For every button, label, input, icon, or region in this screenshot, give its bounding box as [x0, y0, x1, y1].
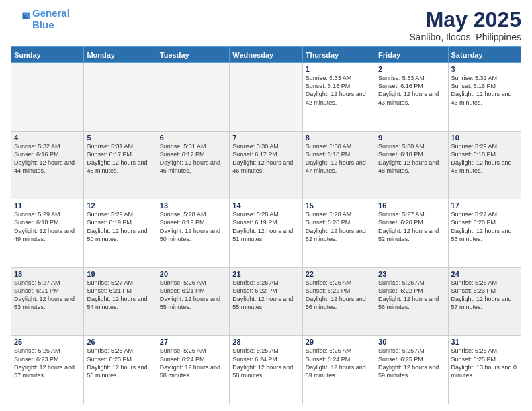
cell-info: Sunrise: 5:25 AMSunset: 6:24 PMDaylight:…: [306, 347, 372, 379]
cell-info: Sunrise: 5:33 AMSunset: 6:16 PMDaylight:…: [306, 74, 372, 107]
cell-4-4: 29Sunrise: 5:25 AMSunset: 6:24 PMDayligh…: [302, 336, 375, 404]
logo: General Blue: [11, 8, 70, 30]
day-number: 31: [451, 338, 518, 346]
day-number: 10: [451, 134, 518, 142]
day-number: 28: [232, 338, 299, 346]
day-number: 21: [232, 270, 299, 278]
cell-info: Sunrise: 5:27 AMSunset: 6:20 PMDaylight:…: [451, 210, 518, 243]
cell-0-2: [157, 63, 229, 132]
cell-0-5: 2Sunrise: 5:33 AMSunset: 6:16 PMDaylight…: [375, 63, 448, 132]
cell-0-1: [84, 63, 157, 132]
day-number: 18: [14, 270, 81, 278]
cell-4-2: 27Sunrise: 5:25 AMSunset: 6:24 PMDayligh…: [157, 336, 229, 404]
day-number: 11: [14, 201, 81, 210]
cell-0-6: 3Sunrise: 5:32 AMSunset: 6:16 PMDaylight…: [448, 63, 521, 132]
cell-info: Sunrise: 5:29 AMSunset: 6:18 PMDaylight:…: [451, 142, 518, 175]
cell-info: Sunrise: 5:29 AMSunset: 6:19 PMDaylight:…: [87, 210, 153, 243]
cell-info: Sunrise: 5:27 AMSunset: 6:20 PMDaylight:…: [378, 210, 445, 243]
day-number: 9: [378, 134, 445, 142]
day-number: 27: [160, 338, 226, 346]
cell-info: Sunrise: 5:32 AMSunset: 6:16 PMDaylight:…: [451, 74, 518, 107]
header-wednesday: Wednesday: [230, 47, 302, 63]
day-number: 23: [378, 270, 445, 278]
cell-info: Sunrise: 5:26 AMSunset: 6:22 PMDaylight:…: [232, 279, 299, 312]
logo-icon: [11, 10, 30, 29]
cell-2-4: 15Sunrise: 5:28 AMSunset: 6:20 PMDayligh…: [302, 199, 375, 268]
cell-2-0: 11Sunrise: 5:29 AMSunset: 6:18 PMDayligh…: [11, 199, 84, 268]
cell-0-0: [11, 63, 84, 132]
cell-1-5: 9Sunrise: 5:30 AMSunset: 6:18 PMDaylight…: [375, 131, 448, 199]
cell-info: Sunrise: 5:27 AMSunset: 6:21 PMDaylight:…: [14, 279, 81, 312]
cell-2-3: 14Sunrise: 5:28 AMSunset: 6:19 PMDayligh…: [230, 199, 302, 268]
cell-4-1: 26Sunrise: 5:25 AMSunset: 6:23 PMDayligh…: [84, 336, 157, 404]
cell-info: Sunrise: 5:28 AMSunset: 6:19 PMDaylight:…: [160, 210, 226, 243]
page: General Blue May 2025 Sanlibo, Ilocos, P…: [0, 0, 532, 411]
logo-line1: General: [32, 7, 70, 19]
cell-info: Sunrise: 5:25 AMSunset: 6:24 PMDaylight:…: [232, 347, 299, 379]
cell-info: Sunrise: 5:32 AMSunset: 6:16 PMDaylight:…: [14, 142, 81, 175]
day-number: 25: [14, 338, 81, 346]
cell-4-3: 28Sunrise: 5:25 AMSunset: 6:24 PMDayligh…: [230, 336, 302, 404]
header-tuesday: Tuesday: [157, 47, 229, 63]
day-number: 20: [160, 270, 226, 278]
cell-info: Sunrise: 5:30 AMSunset: 6:18 PMDaylight:…: [378, 142, 445, 175]
day-number: 14: [232, 201, 299, 210]
header-row: Sunday Monday Tuesday Wednesday Thursday…: [11, 47, 521, 63]
cell-0-4: 1Sunrise: 5:33 AMSunset: 6:16 PMDaylight…: [302, 63, 375, 132]
day-number: 12: [87, 201, 153, 210]
cell-0-3: [230, 63, 302, 132]
cell-2-2: 13Sunrise: 5:28 AMSunset: 6:19 PMDayligh…: [157, 199, 229, 268]
cell-info: Sunrise: 5:29 AMSunset: 6:18 PMDaylight:…: [14, 210, 81, 243]
cell-4-5: 30Sunrise: 5:25 AMSunset: 6:25 PMDayligh…: [375, 336, 448, 404]
header-friday: Friday: [375, 47, 448, 63]
day-number: 19: [87, 270, 153, 278]
cell-2-1: 12Sunrise: 5:29 AMSunset: 6:19 PMDayligh…: [84, 199, 157, 268]
cell-info: Sunrise: 5:31 AMSunset: 6:17 PMDaylight:…: [160, 142, 226, 175]
cell-info: Sunrise: 5:30 AMSunset: 6:17 PMDaylight:…: [232, 142, 299, 175]
cell-1-6: 10Sunrise: 5:29 AMSunset: 6:18 PMDayligh…: [448, 131, 521, 199]
day-number: 4: [14, 134, 81, 142]
cell-2-6: 17Sunrise: 5:27 AMSunset: 6:20 PMDayligh…: [448, 199, 521, 268]
day-number: 8: [306, 134, 372, 142]
header-saturday: Saturday: [448, 47, 521, 63]
day-number: 5: [87, 134, 153, 142]
title-area: May 2025 Sanlibo, Ilocos, Philippines: [409, 8, 521, 42]
day-number: 30: [378, 338, 445, 346]
day-number: 17: [451, 201, 518, 210]
cell-4-0: 25Sunrise: 5:25 AMSunset: 6:23 PMDayligh…: [11, 336, 84, 404]
cell-info: Sunrise: 5:27 AMSunset: 6:21 PMDaylight:…: [87, 279, 153, 312]
cell-1-3: 7Sunrise: 5:30 AMSunset: 6:17 PMDaylight…: [230, 131, 302, 199]
cell-info: Sunrise: 5:30 AMSunset: 6:18 PMDaylight:…: [306, 142, 372, 175]
week-row-1: 4Sunrise: 5:32 AMSunset: 6:16 PMDaylight…: [11, 131, 521, 199]
cell-info: Sunrise: 5:26 AMSunset: 6:22 PMDaylight:…: [306, 279, 372, 312]
cell-info: Sunrise: 5:33 AMSunset: 6:16 PMDaylight:…: [378, 74, 445, 107]
cell-3-0: 18Sunrise: 5:27 AMSunset: 6:21 PMDayligh…: [11, 267, 84, 336]
month-year: May 2025: [409, 8, 521, 32]
header-sunday: Sunday: [11, 47, 84, 63]
day-number: 22: [306, 270, 372, 278]
logo-line2: Blue: [32, 19, 54, 30]
cell-2-5: 16Sunrise: 5:27 AMSunset: 6:20 PMDayligh…: [375, 199, 448, 268]
cell-info: Sunrise: 5:25 AMSunset: 6:25 PMDaylight:…: [451, 347, 518, 379]
cell-4-6: 31Sunrise: 5:25 AMSunset: 6:25 PMDayligh…: [448, 336, 521, 404]
day-number: 2: [378, 65, 445, 73]
day-number: 13: [160, 201, 226, 210]
week-row-2: 11Sunrise: 5:29 AMSunset: 6:18 PMDayligh…: [11, 199, 521, 268]
day-number: 6: [160, 134, 226, 142]
week-row-0: 1Sunrise: 5:33 AMSunset: 6:16 PMDaylight…: [11, 63, 521, 132]
week-row-3: 18Sunrise: 5:27 AMSunset: 6:21 PMDayligh…: [11, 267, 521, 336]
day-number: 26: [87, 338, 153, 346]
cell-1-2: 6Sunrise: 5:31 AMSunset: 6:17 PMDaylight…: [157, 131, 229, 199]
cell-info: Sunrise: 5:26 AMSunset: 6:21 PMDaylight:…: [160, 279, 226, 312]
logo-text: General Blue: [32, 8, 70, 30]
cell-3-5: 23Sunrise: 5:26 AMSunset: 6:22 PMDayligh…: [375, 267, 448, 336]
cell-info: Sunrise: 5:25 AMSunset: 6:23 PMDaylight:…: [14, 347, 81, 379]
cell-info: Sunrise: 5:26 AMSunset: 6:23 PMDaylight:…: [451, 279, 518, 312]
cell-3-1: 19Sunrise: 5:27 AMSunset: 6:21 PMDayligh…: [84, 267, 157, 336]
day-number: 7: [232, 134, 299, 142]
location: Sanlibo, Ilocos, Philippines: [409, 32, 521, 42]
day-number: 24: [451, 270, 518, 278]
cell-1-0: 4Sunrise: 5:32 AMSunset: 6:16 PMDaylight…: [11, 131, 84, 199]
day-number: 29: [306, 338, 372, 346]
header-monday: Monday: [84, 47, 157, 63]
